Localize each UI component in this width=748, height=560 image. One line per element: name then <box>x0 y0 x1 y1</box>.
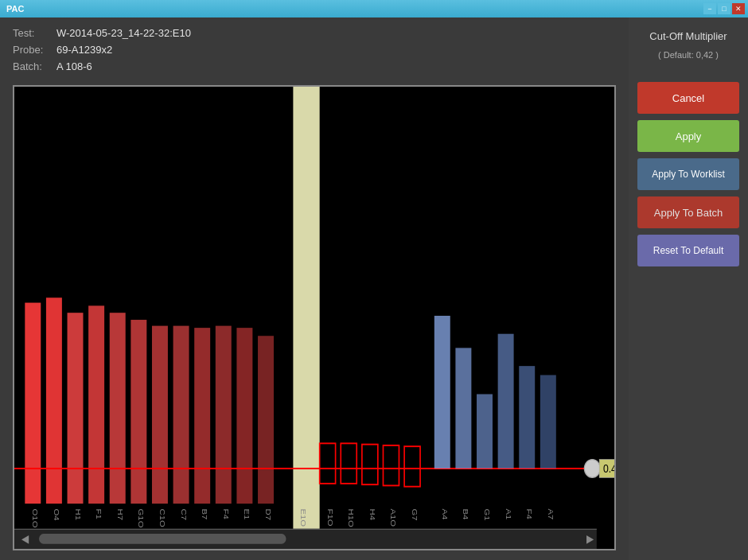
svg-text:A1O: A1O <box>390 508 399 527</box>
svg-text:▶: ▶ <box>586 533 594 546</box>
svg-rect-57 <box>39 534 286 544</box>
svg-text:A7: A7 <box>547 508 555 519</box>
svg-text:0.42: 0.42 <box>603 462 614 475</box>
app-title: PAC <box>3 4 24 14</box>
main-content: Test: W-2014-05-23_14-22-32:E10 Probe: 6… <box>0 18 748 560</box>
svg-rect-54 <box>14 529 597 530</box>
apply-batch-button[interactable]: Apply To Batch <box>637 196 739 228</box>
svg-text:D7: D7 <box>264 508 273 520</box>
svg-rect-7 <box>131 320 146 504</box>
svg-rect-22 <box>477 394 493 468</box>
svg-rect-8 <box>152 326 168 504</box>
svg-rect-25 <box>540 375 556 468</box>
right-panel: Cut-Off Multiplier ( Default: 0,42 ) Can… <box>629 18 748 560</box>
svg-text:E1: E1 <box>243 508 252 519</box>
svg-rect-3 <box>46 298 62 504</box>
svg-text:H4: H4 <box>368 508 377 520</box>
svg-rect-4 <box>68 313 84 504</box>
svg-rect-2 <box>25 303 41 504</box>
svg-rect-1 <box>293 87 319 549</box>
svg-text:B7: B7 <box>201 508 209 519</box>
probe-value: 69-A1239x2 <box>56 44 112 56</box>
left-panel: Test: W-2014-05-23_14-22-32:E10 Probe: 6… <box>0 18 629 560</box>
svg-text:H1: H1 <box>74 508 83 520</box>
window-controls: − □ ✕ <box>703 3 745 14</box>
svg-text:H7: H7 <box>116 508 125 520</box>
test-row: Test: W-2014-05-23_14-22-32:E10 <box>13 27 616 39</box>
svg-text:F4: F4 <box>222 508 231 519</box>
chart-container[interactable]: 0.42 O1O O4 H1 F1 H7 G1O C1O C7 B7 F4 E1… <box>13 85 616 550</box>
svg-rect-24 <box>519 366 535 469</box>
cutoff-title: Cut-Off Multiplier <box>649 30 727 42</box>
svg-text:◀: ◀ <box>21 533 29 546</box>
svg-rect-10 <box>194 328 210 504</box>
svg-text:O4: O4 <box>53 508 61 520</box>
chart-svg: 0.42 O1O O4 H1 F1 H7 G1O C1O C7 B7 F4 E1… <box>14 87 614 549</box>
maximize-button[interactable]: □ <box>718 3 730 14</box>
probe-row: Probe: 69-A1239x2 <box>13 44 616 56</box>
svg-text:E1O: E1O <box>300 508 309 527</box>
svg-text:A1: A1 <box>505 508 513 519</box>
svg-text:H1O: H1O <box>347 508 356 527</box>
svg-point-26 <box>584 460 600 478</box>
svg-rect-5 <box>88 305 104 504</box>
svg-text:F1: F1 <box>95 508 103 519</box>
svg-text:G1: G1 <box>483 508 492 520</box>
batch-row: Batch: A 108-6 <box>13 60 616 72</box>
svg-text:O1O: O1O <box>31 508 40 527</box>
cutoff-subtitle: ( Default: 0,42 ) <box>658 50 719 60</box>
svg-rect-20 <box>434 316 450 469</box>
close-button[interactable]: ✕ <box>732 3 745 14</box>
test-label: Test: <box>13 27 56 39</box>
apply-worklist-button[interactable]: Apply To Worklist <box>637 158 739 190</box>
svg-text:G7: G7 <box>411 508 419 520</box>
svg-text:G1O: G1O <box>137 508 146 527</box>
svg-text:F1O: F1O <box>326 508 335 526</box>
svg-rect-11 <box>216 326 232 504</box>
svg-text:F4: F4 <box>525 508 534 519</box>
svg-text:A4: A4 <box>441 508 450 519</box>
svg-rect-9 <box>173 326 189 504</box>
title-bar: PAC − □ ✕ <box>0 0 748 18</box>
apply-button[interactable]: Apply <box>637 120 739 152</box>
probe-label: Probe: <box>13 44 56 56</box>
svg-rect-23 <box>498 334 514 469</box>
reset-default-button[interactable]: Reset To Default <box>637 235 739 266</box>
cancel-button[interactable]: Cancel <box>637 82 739 114</box>
svg-text:C1O: C1O <box>158 508 167 527</box>
svg-rect-21 <box>455 348 471 469</box>
svg-text:C7: C7 <box>180 508 189 520</box>
svg-rect-12 <box>236 328 252 504</box>
batch-label: Batch: <box>13 60 56 72</box>
test-value: W-2014-05-23_14-22-32:E10 <box>56 27 191 39</box>
svg-rect-6 <box>110 313 126 504</box>
batch-value: A 108-6 <box>56 60 92 72</box>
minimize-button[interactable]: − <box>703 3 716 14</box>
svg-text:B4: B4 <box>462 508 471 519</box>
svg-rect-13 <box>258 336 274 504</box>
